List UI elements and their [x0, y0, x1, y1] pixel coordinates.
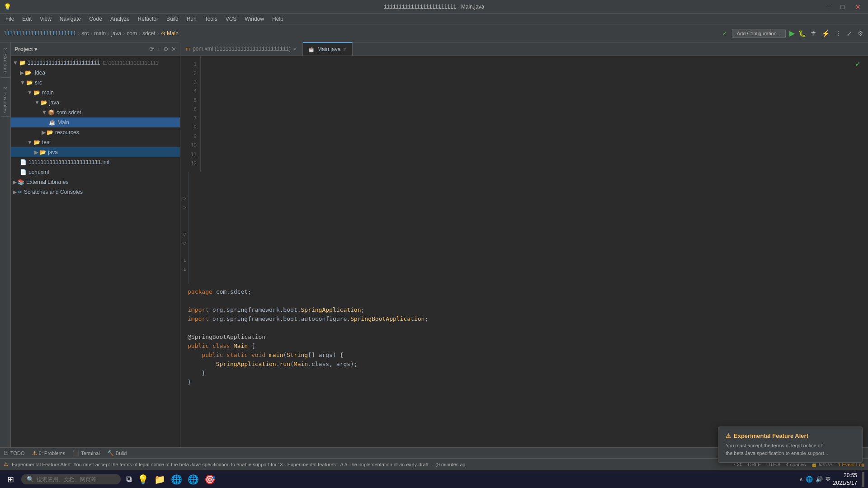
taskbar-app[interactable]: 🎯	[203, 472, 217, 487]
code-line-1: package com.sdcet;	[188, 287, 861, 296]
search-input[interactable]	[37, 476, 113, 483]
terminal-icon: ⬛	[72, 450, 79, 456]
tab-build[interactable]: 🔨 Build	[107, 450, 127, 456]
debug-button[interactable]: 🐛	[798, 30, 806, 37]
tab-todo[interactable]: ☑ TODO	[4, 450, 25, 456]
taskbar-edge[interactable]: 🌐	[186, 472, 201, 487]
collapse-icon[interactable]: ≡	[157, 46, 160, 52]
breadcrumb-src[interactable]: src	[81, 30, 89, 37]
tree-root[interactable]: ▼ 📁 111111111111111111111111 E:\11111111…	[11, 58, 180, 68]
taskbar-browser[interactable]: 🌐	[169, 472, 184, 487]
tab-terminal[interactable]: ⬛ Terminal	[72, 450, 100, 456]
add-configuration-button[interactable]: Add Configuration...	[732, 29, 786, 38]
menu-file[interactable]: File	[2, 15, 18, 23]
pom-tab-close[interactable]: ✕	[293, 47, 297, 52]
breadcrumb-root[interactable]: 111111111111111111111111	[4, 30, 76, 37]
start-button[interactable]: ⊞	[4, 474, 18, 484]
minimize-button[interactable]: ─	[822, 2, 834, 11]
menu-help[interactable]: Help	[269, 15, 287, 23]
settings-button[interactable]: ⚙	[857, 29, 864, 38]
tree-resources[interactable]: ▶ 📂 resources	[11, 127, 180, 137]
tree-pom[interactable]: 📄 pom.xml	[11, 167, 180, 177]
menu-vcs[interactable]: VCS	[222, 15, 241, 23]
menu-view[interactable]: View	[36, 15, 55, 23]
tree-scratches[interactable]: ▶ ✏ Scratches and Consoles	[11, 187, 180, 197]
tree-com-sdcet[interactable]: ▼ 📦 com.sdcet	[11, 108, 180, 117]
expand-button[interactable]: ⤢	[846, 29, 853, 38]
tree-test-java[interactable]: ▶ 📂 java	[11, 147, 180, 157]
notification-popup: ⚠ Experimental Feature Alert You must ac…	[718, 427, 863, 463]
breadcrumb-sdcet[interactable]: sdcet	[142, 30, 156, 37]
project-icon: 📁	[19, 60, 26, 66]
package-icon: 📦	[48, 109, 55, 116]
taskbar-task-view[interactable]: ⧉	[124, 473, 134, 486]
vcs-icon[interactable]: ✓	[721, 29, 728, 38]
toolbar: 111111111111111111111111 › src › main › …	[0, 24, 868, 42]
tray-arrow[interactable]: ∧	[799, 476, 803, 482]
menu-tools[interactable]: Tools	[201, 15, 221, 23]
gutter-12	[180, 275, 188, 284]
sidebar-structure-tab[interactable]: 2: Structure	[1, 44, 10, 78]
main-tab-close[interactable]: ✕	[343, 47, 347, 52]
clock[interactable]: 20:55 2021/5/17	[833, 472, 857, 487]
root-expand-icon: ▼	[13, 60, 18, 66]
more-run-button[interactable]: ⋮	[834, 29, 842, 38]
tree-src[interactable]: ▼ 📂 src	[11, 78, 180, 88]
code-editor[interactable]: 1 2 3 4 5 6 7 8 9 10 11 12 ▷	[180, 56, 868, 447]
project-panel: Project ▾ ⟳ ≡ ⚙ ✕ ▼ 📁 111111111111111111…	[11, 42, 180, 447]
tray-keyboard[interactable]: 英	[826, 476, 830, 483]
breadcrumb-sep4: ›	[123, 30, 125, 37]
menu-edit[interactable]: Edit	[19, 15, 35, 23]
breadcrumb-java[interactable]: java	[111, 30, 121, 37]
import-fold-icon[interactable]: ▷	[183, 196, 186, 201]
gutter: ▷ ▷ ▽ ▽ └ └	[180, 172, 189, 284]
profiler-button[interactable]: ⚡	[821, 29, 830, 38]
src-folder-icon: 📂	[26, 80, 33, 86]
close-panel-icon[interactable]: ✕	[171, 46, 176, 52]
tree-ext-libs[interactable]: ▶ 📚 External Libraries	[11, 177, 180, 187]
taskbar-intellij[interactable]: 💡	[136, 472, 151, 487]
breadcrumb-sep6: ›	[157, 30, 159, 37]
breadcrumb-main-class[interactable]: ⊙ Main	[161, 30, 179, 37]
ln-2: 2	[180, 69, 197, 78]
method-fold-icon[interactable]: ▽	[183, 241, 186, 246]
tray-volume[interactable]: 🔊	[816, 476, 823, 483]
menu-refactor[interactable]: Refactor	[134, 15, 162, 23]
menu-code[interactable]: Code	[85, 15, 106, 23]
close-button[interactable]: ✕	[852, 2, 864, 11]
tree-idea[interactable]: ▶ 📂 .idea	[11, 68, 180, 78]
tree-main-java[interactable]: ☕ Main	[11, 117, 180, 127]
breadcrumb-com[interactable]: com	[127, 30, 137, 37]
tab-pom[interactable]: m pom.xml (111111111111111111111111) ✕	[180, 42, 303, 56]
menu-run[interactable]: Run	[183, 15, 200, 23]
class-fold-icon[interactable]: ▽	[183, 232, 186, 237]
code-content[interactable]: package com.sdcet; import org.springfram…	[180, 284, 868, 447]
main-java-label: Main	[57, 119, 69, 126]
taskbar-explorer[interactable]: 📁	[152, 472, 167, 487]
breadcrumb-main[interactable]: main	[94, 30, 106, 37]
search-box[interactable]: 🔍	[21, 474, 121, 484]
show-desktop[interactable]	[862, 472, 864, 487]
tab-main-java[interactable]: ☕ Main.java ✕	[303, 42, 353, 56]
maximize-button[interactable]: □	[837, 2, 848, 11]
tree-java[interactable]: ▼ 📂 java	[11, 98, 180, 108]
menu-window[interactable]: Window	[241, 15, 268, 23]
run-button[interactable]: ▶	[789, 29, 795, 38]
sidebar-favorites-tab[interactable]: 2: Favorites	[1, 83, 10, 117]
test-folder-icon: 📂	[33, 139, 40, 145]
src-expand-icon: ▼	[20, 80, 25, 86]
tray-network[interactable]: 🌐	[806, 476, 813, 483]
import2-fold-icon[interactable]: ▷	[183, 205, 186, 210]
settings-icon[interactable]: ⚙	[163, 46, 169, 52]
coverage-button[interactable]: ☂	[810, 29, 817, 38]
menu-navigate[interactable]: Navigate	[56, 15, 85, 23]
tree-test[interactable]: ▼ 📂 test	[11, 137, 180, 147]
menu-build[interactable]: Build	[163, 15, 182, 23]
problems-icon: ⚠	[32, 450, 37, 456]
tree-main[interactable]: ▼ 📂 main	[11, 88, 180, 98]
ln-9: 9	[180, 132, 197, 141]
menu-analyze[interactable]: Analyze	[107, 15, 133, 23]
tab-problems[interactable]: ⚠ 6: Problems	[32, 450, 66, 456]
sync-icon[interactable]: ⟳	[149, 46, 154, 52]
tree-iml[interactable]: 📄 111111111111111111111111.iml	[11, 157, 180, 167]
